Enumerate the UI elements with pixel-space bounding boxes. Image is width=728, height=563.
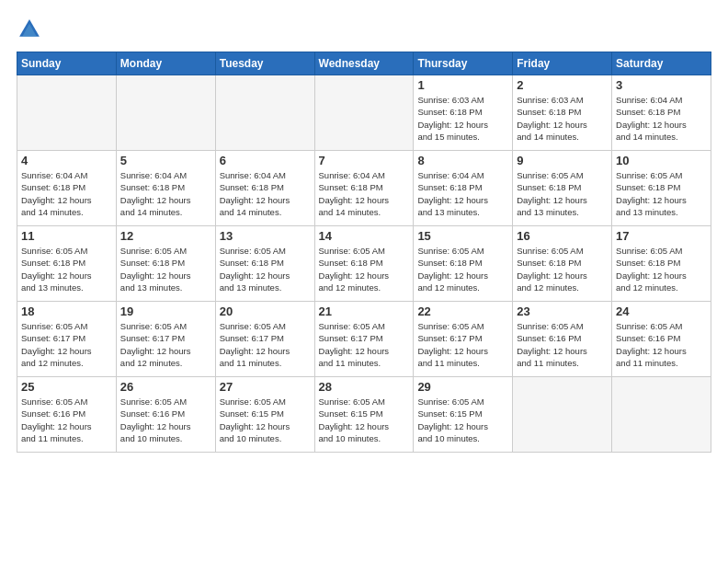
calendar-weekday-header: Saturday <box>612 52 711 75</box>
day-info: Sunrise: 6:05 AM Sunset: 6:16 PM Dayligh… <box>21 396 112 444</box>
day-number: 3 <box>616 78 707 92</box>
calendar-day-cell: 23Sunrise: 6:05 AM Sunset: 6:16 PM Dayli… <box>513 302 612 377</box>
day-number: 9 <box>517 154 608 167</box>
day-number: 14 <box>319 229 410 243</box>
calendar-week-row: 1Sunrise: 6:03 AM Sunset: 6:18 PM Daylig… <box>17 75 711 151</box>
calendar-day-cell: 28Sunrise: 6:05 AM Sunset: 6:15 PM Dayli… <box>314 377 414 453</box>
day-info: Sunrise: 6:04 AM Sunset: 6:18 PM Dayligh… <box>21 169 112 218</box>
day-info: Sunrise: 6:05 AM Sunset: 6:18 PM Dayligh… <box>120 245 211 293</box>
calendar-day-cell: 9Sunrise: 6:05 AM Sunset: 6:18 PM Daylig… <box>513 151 612 226</box>
calendar-day-cell: 29Sunrise: 6:05 AM Sunset: 6:15 PM Dayli… <box>414 377 513 453</box>
calendar-day-cell: 8Sunrise: 6:04 AM Sunset: 6:18 PM Daylig… <box>414 151 513 226</box>
day-info: Sunrise: 6:05 AM Sunset: 6:18 PM Dayligh… <box>616 169 707 218</box>
calendar-day-cell: 10Sunrise: 6:05 AM Sunset: 6:18 PM Dayli… <box>612 151 711 226</box>
day-number: 4 <box>21 154 112 167</box>
calendar-table: SundayMondayTuesdayWednesdayThursdayFrid… <box>17 52 711 453</box>
calendar-header-row: SundayMondayTuesdayWednesdayThursdayFrid… <box>17 52 711 75</box>
day-info: Sunrise: 6:04 AM Sunset: 6:18 PM Dayligh… <box>616 94 707 143</box>
calendar-week-row: 4Sunrise: 6:04 AM Sunset: 6:18 PM Daylig… <box>17 151 711 226</box>
calendar-day-cell: 14Sunrise: 6:05 AM Sunset: 6:18 PM Dayli… <box>314 226 414 302</box>
day-info: Sunrise: 6:05 AM Sunset: 6:18 PM Dayligh… <box>417 245 508 293</box>
day-info: Sunrise: 6:05 AM Sunset: 6:15 PM Dayligh… <box>417 396 508 444</box>
logo-icon <box>17 17 42 42</box>
day-info: Sunrise: 6:05 AM Sunset: 6:18 PM Dayligh… <box>616 245 707 293</box>
day-number: 20 <box>220 304 311 318</box>
day-info: Sunrise: 6:05 AM Sunset: 6:17 PM Dayligh… <box>220 320 311 369</box>
day-info: Sunrise: 6:04 AM Sunset: 6:18 PM Dayligh… <box>319 169 410 218</box>
calendar-day-cell: 7Sunrise: 6:04 AM Sunset: 6:18 PM Daylig… <box>314 151 414 226</box>
calendar-day-cell: 13Sunrise: 6:05 AM Sunset: 6:18 PM Dayli… <box>215 226 314 302</box>
calendar-day-cell: 6Sunrise: 6:04 AM Sunset: 6:18 PM Daylig… <box>215 151 314 226</box>
day-info: Sunrise: 6:05 AM Sunset: 6:16 PM Dayligh… <box>120 396 211 444</box>
page: SundayMondayTuesdayWednesdayThursdayFrid… <box>0 0 728 563</box>
day-number: 12 <box>120 229 211 243</box>
calendar-day-cell <box>513 377 612 453</box>
calendar-day-cell: 4Sunrise: 6:04 AM Sunset: 6:18 PM Daylig… <box>17 151 117 226</box>
calendar-day-cell: 18Sunrise: 6:05 AM Sunset: 6:17 PM Dayli… <box>17 302 117 377</box>
calendar-day-cell: 22Sunrise: 6:05 AM Sunset: 6:17 PM Dayli… <box>414 302 513 377</box>
calendar-day-cell <box>314 75 414 151</box>
day-number: 23 <box>517 304 608 318</box>
day-info: Sunrise: 6:05 AM Sunset: 6:17 PM Dayligh… <box>120 320 211 369</box>
day-info: Sunrise: 6:05 AM Sunset: 6:15 PM Dayligh… <box>220 396 311 444</box>
day-info: Sunrise: 6:05 AM Sunset: 6:17 PM Dayligh… <box>21 320 112 369</box>
calendar-day-cell <box>215 75 314 151</box>
day-info: Sunrise: 6:05 AM Sunset: 6:18 PM Dayligh… <box>220 245 311 293</box>
day-number: 17 <box>616 229 707 243</box>
day-info: Sunrise: 6:03 AM Sunset: 6:18 PM Dayligh… <box>517 94 608 143</box>
day-info: Sunrise: 6:05 AM Sunset: 6:18 PM Dayligh… <box>517 245 608 293</box>
calendar-day-cell <box>17 75 117 151</box>
calendar-day-cell: 27Sunrise: 6:05 AM Sunset: 6:15 PM Dayli… <box>215 377 314 453</box>
calendar-day-cell: 5Sunrise: 6:04 AM Sunset: 6:18 PM Daylig… <box>116 151 215 226</box>
day-number: 13 <box>220 229 311 243</box>
calendar-day-cell: 21Sunrise: 6:05 AM Sunset: 6:17 PM Dayli… <box>314 302 414 377</box>
day-info: Sunrise: 6:05 AM Sunset: 6:18 PM Dayligh… <box>517 169 608 218</box>
day-number: 8 <box>417 154 508 167</box>
day-number: 27 <box>220 380 311 394</box>
day-number: 10 <box>616 154 707 167</box>
day-number: 25 <box>21 380 112 394</box>
calendar-weekday-header: Sunday <box>17 52 117 75</box>
calendar-day-cell: 17Sunrise: 6:05 AM Sunset: 6:18 PM Dayli… <box>612 226 711 302</box>
calendar-day-cell: 3Sunrise: 6:04 AM Sunset: 6:18 PM Daylig… <box>612 75 711 151</box>
day-number: 6 <box>220 154 311 167</box>
day-number: 19 <box>120 304 211 318</box>
day-info: Sunrise: 6:04 AM Sunset: 6:18 PM Dayligh… <box>220 169 311 218</box>
day-number: 2 <box>517 78 608 92</box>
calendar-week-row: 25Sunrise: 6:05 AM Sunset: 6:16 PM Dayli… <box>17 377 711 453</box>
day-info: Sunrise: 6:05 AM Sunset: 6:17 PM Dayligh… <box>417 320 508 369</box>
day-info: Sunrise: 6:05 AM Sunset: 6:15 PM Dayligh… <box>319 396 410 444</box>
day-info: Sunrise: 6:04 AM Sunset: 6:18 PM Dayligh… <box>120 169 211 218</box>
calendar-day-cell: 15Sunrise: 6:05 AM Sunset: 6:18 PM Dayli… <box>414 226 513 302</box>
day-number: 22 <box>417 304 508 318</box>
day-number: 16 <box>517 229 608 243</box>
day-number: 18 <box>21 304 112 318</box>
day-info: Sunrise: 6:05 AM Sunset: 6:16 PM Dayligh… <box>616 320 707 369</box>
day-number: 29 <box>417 380 508 394</box>
calendar-day-cell: 19Sunrise: 6:05 AM Sunset: 6:17 PM Dayli… <box>116 302 215 377</box>
calendar-day-cell: 1Sunrise: 6:03 AM Sunset: 6:18 PM Daylig… <box>414 75 513 151</box>
calendar-day-cell: 25Sunrise: 6:05 AM Sunset: 6:16 PM Dayli… <box>17 377 117 453</box>
header <box>17 17 711 42</box>
day-info: Sunrise: 6:05 AM Sunset: 6:18 PM Dayligh… <box>21 245 112 293</box>
calendar-day-cell: 20Sunrise: 6:05 AM Sunset: 6:17 PM Dayli… <box>215 302 314 377</box>
day-number: 5 <box>120 154 211 167</box>
calendar-weekday-header: Friday <box>513 52 612 75</box>
day-number: 1 <box>417 78 508 92</box>
logo <box>17 17 46 42</box>
day-number: 28 <box>319 380 410 394</box>
calendar-day-cell: 2Sunrise: 6:03 AM Sunset: 6:18 PM Daylig… <box>513 75 612 151</box>
day-number: 24 <box>616 304 707 318</box>
day-number: 11 <box>21 229 112 243</box>
day-info: Sunrise: 6:05 AM Sunset: 6:17 PM Dayligh… <box>319 320 410 369</box>
calendar-day-cell <box>116 75 215 151</box>
calendar-day-cell: 24Sunrise: 6:05 AM Sunset: 6:16 PM Dayli… <box>612 302 711 377</box>
calendar-day-cell: 26Sunrise: 6:05 AM Sunset: 6:16 PM Dayli… <box>116 377 215 453</box>
day-info: Sunrise: 6:04 AM Sunset: 6:18 PM Dayligh… <box>417 169 508 218</box>
calendar-week-row: 18Sunrise: 6:05 AM Sunset: 6:17 PM Dayli… <box>17 302 711 377</box>
day-number: 26 <box>120 380 211 394</box>
day-number: 15 <box>417 229 508 243</box>
day-info: Sunrise: 6:05 AM Sunset: 6:18 PM Dayligh… <box>319 245 410 293</box>
calendar-weekday-header: Wednesday <box>314 52 414 75</box>
calendar-day-cell <box>612 377 711 453</box>
